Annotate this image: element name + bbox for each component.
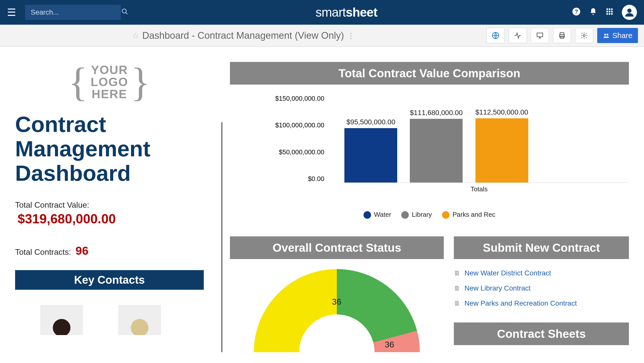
submit-link-label: New Water District Contract: [464, 269, 551, 277]
sheets-header: Contract Sheets: [454, 322, 629, 345]
submit-link[interactable]: 🗎New Parks and Recreation Contract: [454, 299, 629, 307]
print-icon[interactable]: [553, 28, 571, 43]
svg-rect-5: [609, 8, 610, 10]
legend-item[interactable]: Library: [401, 211, 432, 219]
contact-photo: [118, 305, 161, 335]
bar-value-label: $95,500,000.00: [346, 118, 395, 126]
document-icon: 🗎: [454, 269, 460, 277]
svg-rect-4: [607, 8, 608, 10]
svg-point-13: [627, 9, 632, 13]
bar-chart: $150,000,000.00$100,000,000.00$50,000,00…: [275, 95, 629, 193]
settings-gear-icon[interactable]: [575, 28, 593, 43]
submit-link[interactable]: 🗎New Library Contract: [454, 284, 629, 292]
share-label: Share: [612, 31, 632, 40]
svg-point-23: [607, 34, 608, 35]
total-contracts-count: 96: [75, 244, 88, 258]
bar-water: [344, 128, 397, 183]
donut-value-yellow: 36: [332, 297, 341, 307]
bar-parks-and-rec: [475, 118, 528, 183]
chart-title-band: Total Contract Value Comparison: [230, 62, 629, 85]
svg-rect-10: [607, 13, 608, 15]
page-toolbar: ☆ Dashboard - Contract Management (View …: [0, 25, 644, 47]
svg-rect-6: [611, 8, 613, 10]
svg-rect-12: [611, 13, 613, 15]
status-donut-chart: 36 36: [230, 269, 444, 352]
legend-color-dot: [401, 211, 409, 219]
submit-link-label: New Parks and Recreation Contract: [464, 299, 577, 307]
svg-rect-8: [609, 11, 610, 12]
account-avatar[interactable]: [622, 5, 637, 20]
total-value-amount: $319,680,000.00: [18, 211, 204, 226]
menu-icon[interactable]: ☰: [7, 7, 16, 18]
svg-point-21: [583, 34, 585, 37]
brand-logo: smartsheet: [121, 5, 572, 20]
publish-globe-icon[interactable]: [487, 28, 505, 43]
page-options-icon[interactable]: ⋮: [347, 31, 354, 40]
notifications-icon[interactable]: [589, 8, 597, 17]
svg-text:?: ?: [575, 8, 578, 15]
submit-link-label: New Library Contract: [464, 284, 531, 292]
bar-value-label: $111,680,000.00: [410, 109, 463, 117]
share-button[interactable]: Share: [597, 28, 638, 43]
total-value-label: Total Contract Value:: [15, 200, 204, 210]
chart-legend: WaterLibraryParks and Rec: [230, 211, 629, 219]
divider: [221, 122, 222, 352]
svg-rect-9: [611, 11, 613, 12]
svg-point-22: [604, 34, 606, 35]
apps-icon[interactable]: [606, 8, 613, 17]
contact-photo: [40, 305, 83, 335]
submit-header: Submit New Contract: [454, 236, 629, 259]
search-box[interactable]: [25, 5, 121, 20]
help-icon[interactable]: ?: [572, 7, 581, 18]
legend-item[interactable]: Water: [364, 211, 391, 219]
logo-placeholder: { YOUR LOGO HERE }: [15, 62, 204, 102]
legend-color-dot: [364, 211, 371, 219]
svg-rect-7: [607, 11, 608, 12]
submit-link[interactable]: 🗎New Water District Contract: [454, 269, 629, 277]
key-contacts-header: Key Contacts: [15, 270, 204, 290]
legend-color-dot: [442, 211, 450, 219]
present-icon[interactable]: [531, 28, 549, 43]
search-input[interactable]: [30, 8, 121, 17]
dashboard-title: ContractManagementDashboard: [15, 112, 204, 185]
document-icon: 🗎: [454, 300, 460, 307]
activity-icon[interactable]: [509, 28, 527, 43]
status-header: Overall Contract Status: [230, 236, 444, 259]
favorite-star-icon[interactable]: ☆: [132, 31, 139, 40]
donut-value-green: 36: [385, 340, 394, 349]
document-icon: 🗎: [454, 284, 460, 292]
svg-rect-11: [609, 13, 610, 15]
chart-x-label: Totals: [329, 185, 629, 193]
svg-rect-15: [537, 33, 543, 37]
legend-item[interactable]: Parks and Rec: [442, 211, 496, 219]
total-contracts-label: Total Contracts:: [15, 247, 71, 257]
bar-library: [410, 119, 463, 183]
page-title: Dashboard - Contract Management (View On…: [142, 30, 344, 41]
bar-value-label: $112,500,000.00: [475, 108, 528, 116]
top-navbar: ☰ smartsheet ?: [0, 0, 644, 25]
